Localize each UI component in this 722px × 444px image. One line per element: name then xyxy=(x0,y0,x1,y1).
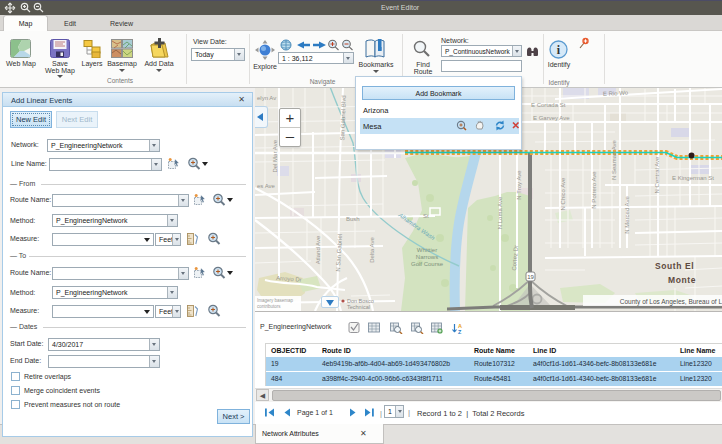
svg-text:Page 1 of 1: Page 1 of 1 xyxy=(297,409,333,417)
svg-text:Monte: Monte xyxy=(668,275,696,285)
svg-text:N Chico Ave: N Chico Ave xyxy=(560,177,566,211)
svg-text:South El: South El xyxy=(655,261,694,271)
svg-text:Atland Ave: Atland Ave xyxy=(315,235,321,264)
svg-text:19: 19 xyxy=(527,274,534,280)
svg-text:N Loma Ave: N Loma Ave xyxy=(497,196,503,229)
svg-text:E Garvey Ave: E Garvey Ave xyxy=(533,115,570,121)
svg-text:contributors: contributors xyxy=(257,304,281,309)
svg-text:Technical: Technical xyxy=(347,304,370,310)
svg-text:E Cortada St: E Cortada St xyxy=(531,102,566,108)
svg-text:N Potrero Ave: N Potrero Ave xyxy=(591,171,597,209)
svg-text:Delta Ave: Delta Ave xyxy=(369,237,375,263)
svg-text:County of Los Angeles, Bureau: County of Los Angeles, Bureau of L xyxy=(620,298,722,306)
svg-text:Whittier: Whittier xyxy=(417,247,437,253)
svg-text:Bush: Bush xyxy=(346,216,360,222)
svg-text:Del Mar Ave: Del Mar Ave xyxy=(272,139,278,172)
svg-text:Z: Z xyxy=(458,329,462,335)
svg-text:N Central Ave: N Central Ave xyxy=(654,156,660,194)
svg-text:Narrows: Narrows xyxy=(416,254,438,260)
svg-text:N Seaman Ave: N Seaman Ave xyxy=(611,139,617,180)
svg-text:elyn Av: elyn Av xyxy=(257,95,276,101)
svg-text:|: | xyxy=(380,409,382,418)
svg-text:St: St xyxy=(423,213,429,219)
svg-text:N Merced Ave: N Merced Ave xyxy=(624,196,630,234)
svg-text:Imagery basemap: Imagery basemap xyxy=(257,298,294,303)
svg-text:es Ave: es Ave xyxy=(257,183,276,189)
svg-text:N Troy Ave: N Troy Ave xyxy=(516,170,522,200)
svg-text:E Kingerman St: E Kingerman St xyxy=(672,175,714,181)
svg-text:Golf Course: Golf Course xyxy=(411,261,444,267)
